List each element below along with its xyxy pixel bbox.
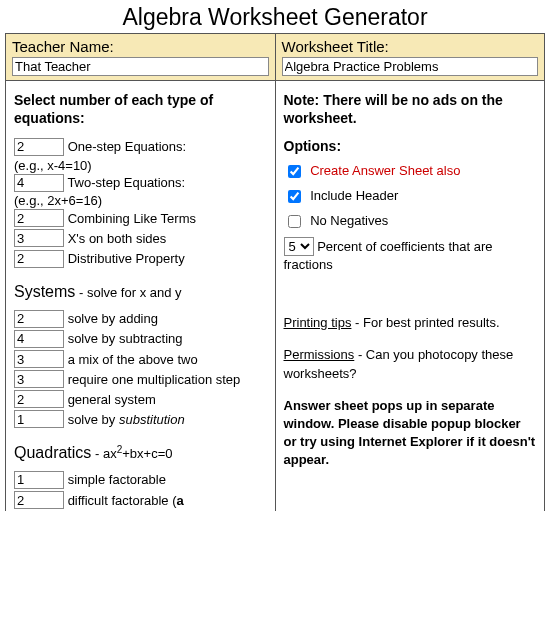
combining-label: Combining Like Terms bbox=[68, 211, 196, 226]
worksheet-title-cell: Worksheet Title: bbox=[275, 34, 545, 81]
sys-add-label: solve by adding bbox=[68, 311, 158, 326]
sys-sub-count[interactable] bbox=[14, 330, 64, 348]
popup-note: Answer sheet pops up in separate window.… bbox=[284, 397, 537, 470]
left-panel: Select number of each type of equations:… bbox=[6, 81, 276, 511]
combining-count[interactable] bbox=[14, 209, 64, 227]
sys-mix-label: a mix of the above two bbox=[68, 352, 198, 367]
create-answer-sheet-checkbox[interactable] bbox=[288, 165, 301, 178]
options-heading: Options: bbox=[284, 137, 537, 155]
systems-heading: Systems - solve for x and y bbox=[14, 283, 267, 301]
xs-both-sides-count[interactable] bbox=[14, 229, 64, 247]
sys-mult-label: require one multiplication step bbox=[68, 372, 241, 387]
teacher-name-label: Teacher Name: bbox=[12, 38, 269, 55]
printing-tips-link[interactable]: Printing tips bbox=[284, 315, 352, 330]
quad-simple-label: simple factorable bbox=[68, 472, 166, 487]
sys-sub-label: solve by subtracting bbox=[68, 331, 183, 346]
two-step-example: (e.g., 2x+6=16) bbox=[14, 193, 267, 209]
distributive-count[interactable] bbox=[14, 250, 64, 268]
sys-subst-count[interactable] bbox=[14, 410, 64, 428]
no-negatives-label: No Negatives bbox=[310, 213, 388, 228]
equations-heading: Select number of each type of equations: bbox=[14, 91, 267, 127]
sys-general-label: general system bbox=[68, 392, 156, 407]
right-panel: Note: There will be no ads on the worksh… bbox=[275, 81, 545, 511]
sys-mix-count[interactable] bbox=[14, 350, 64, 368]
permissions-link[interactable]: Permissions bbox=[284, 347, 355, 362]
create-answer-sheet-label: Create Answer Sheet also bbox=[310, 163, 460, 178]
quad-simple-count[interactable] bbox=[14, 471, 64, 489]
page-title: Algebra Worksheet Generator bbox=[0, 0, 550, 33]
teacher-name-cell: Teacher Name: bbox=[6, 34, 276, 81]
one-step-count[interactable] bbox=[14, 138, 64, 156]
include-header-checkbox[interactable] bbox=[288, 190, 301, 203]
no-negatives-checkbox[interactable] bbox=[288, 215, 301, 228]
xs-both-sides-label: X's on both sides bbox=[68, 231, 167, 246]
teacher-name-input[interactable] bbox=[12, 57, 269, 76]
one-step-example: (e.g., x-4=10) bbox=[14, 158, 267, 174]
two-step-count[interactable] bbox=[14, 174, 64, 192]
sys-subst-label: solve by substitution bbox=[68, 412, 185, 427]
main-layout: Teacher Name: Worksheet Title: Select nu… bbox=[5, 33, 545, 511]
sys-add-count[interactable] bbox=[14, 310, 64, 328]
printing-tips-text: - For best printed results. bbox=[351, 315, 499, 330]
percent-fractions-select[interactable]: 5 bbox=[284, 237, 314, 256]
quadratics-heading: Quadratics - ax2+bx+c=0 bbox=[14, 444, 267, 462]
sys-mult-count[interactable] bbox=[14, 370, 64, 388]
quad-difficult-count[interactable] bbox=[14, 491, 64, 509]
distributive-label: Distributive Property bbox=[68, 251, 185, 266]
sys-general-count[interactable] bbox=[14, 390, 64, 408]
quad-difficult-label: difficult factorable (a bbox=[68, 493, 184, 508]
include-header-label: Include Header bbox=[310, 188, 398, 203]
one-step-label: One-step Equations: bbox=[68, 139, 187, 154]
worksheet-title-input[interactable] bbox=[282, 57, 539, 76]
two-step-label: Two-step Equations: bbox=[67, 175, 185, 190]
note-text: Note: There will be no ads on the worksh… bbox=[284, 91, 537, 127]
worksheet-title-label: Worksheet Title: bbox=[282, 38, 539, 55]
percent-fractions-label: Percent of coefficients that are fractio… bbox=[284, 239, 493, 272]
